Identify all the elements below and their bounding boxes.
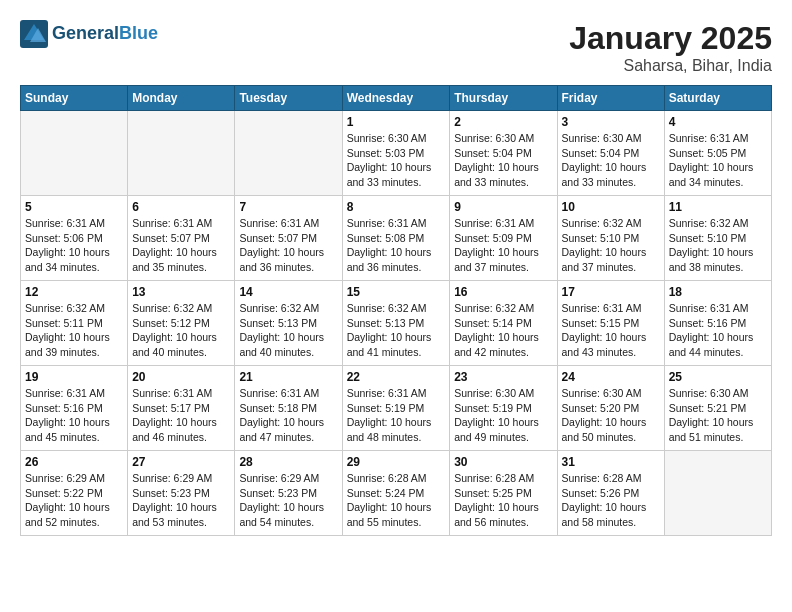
day-number: 8 [347, 200, 446, 214]
day-number: 23 [454, 370, 552, 384]
logo: GeneralBlue [20, 20, 158, 48]
calendar-cell: 21Sunrise: 6:31 AM Sunset: 5:18 PM Dayli… [235, 366, 342, 451]
day-info: Sunrise: 6:28 AM Sunset: 5:26 PM Dayligh… [562, 471, 660, 530]
day-info: Sunrise: 6:32 AM Sunset: 5:10 PM Dayligh… [562, 216, 660, 275]
weekday-header-saturday: Saturday [664, 86, 771, 111]
day-number: 15 [347, 285, 446, 299]
day-info: Sunrise: 6:31 AM Sunset: 5:08 PM Dayligh… [347, 216, 446, 275]
calendar-cell: 30Sunrise: 6:28 AM Sunset: 5:25 PM Dayli… [450, 451, 557, 536]
calendar-cell: 4Sunrise: 6:31 AM Sunset: 5:05 PM Daylig… [664, 111, 771, 196]
week-row-3: 12Sunrise: 6:32 AM Sunset: 5:11 PM Dayli… [21, 281, 772, 366]
calendar-cell: 12Sunrise: 6:32 AM Sunset: 5:11 PM Dayli… [21, 281, 128, 366]
day-info: Sunrise: 6:31 AM Sunset: 5:07 PM Dayligh… [239, 216, 337, 275]
calendar-cell: 9Sunrise: 6:31 AM Sunset: 5:09 PM Daylig… [450, 196, 557, 281]
day-info: Sunrise: 6:30 AM Sunset: 5:04 PM Dayligh… [562, 131, 660, 190]
day-number: 1 [347, 115, 446, 129]
day-info: Sunrise: 6:31 AM Sunset: 5:19 PM Dayligh… [347, 386, 446, 445]
day-info: Sunrise: 6:29 AM Sunset: 5:23 PM Dayligh… [132, 471, 230, 530]
calendar-cell: 16Sunrise: 6:32 AM Sunset: 5:14 PM Dayli… [450, 281, 557, 366]
day-number: 17 [562, 285, 660, 299]
calendar-cell: 26Sunrise: 6:29 AM Sunset: 5:22 PM Dayli… [21, 451, 128, 536]
day-info: Sunrise: 6:28 AM Sunset: 5:25 PM Dayligh… [454, 471, 552, 530]
day-number: 18 [669, 285, 767, 299]
calendar-cell: 5Sunrise: 6:31 AM Sunset: 5:06 PM Daylig… [21, 196, 128, 281]
day-number: 9 [454, 200, 552, 214]
day-number: 7 [239, 200, 337, 214]
day-number: 21 [239, 370, 337, 384]
day-info: Sunrise: 6:30 AM Sunset: 5:03 PM Dayligh… [347, 131, 446, 190]
calendar-cell: 22Sunrise: 6:31 AM Sunset: 5:19 PM Dayli… [342, 366, 450, 451]
day-number: 19 [25, 370, 123, 384]
day-info: Sunrise: 6:31 AM Sunset: 5:17 PM Dayligh… [132, 386, 230, 445]
day-number: 29 [347, 455, 446, 469]
calendar-cell: 1Sunrise: 6:30 AM Sunset: 5:03 PM Daylig… [342, 111, 450, 196]
calendar-cell: 19Sunrise: 6:31 AM Sunset: 5:16 PM Dayli… [21, 366, 128, 451]
day-info: Sunrise: 6:31 AM Sunset: 5:05 PM Dayligh… [669, 131, 767, 190]
day-number: 14 [239, 285, 337, 299]
weekday-header-monday: Monday [128, 86, 235, 111]
calendar-cell: 24Sunrise: 6:30 AM Sunset: 5:20 PM Dayli… [557, 366, 664, 451]
calendar-cell: 8Sunrise: 6:31 AM Sunset: 5:08 PM Daylig… [342, 196, 450, 281]
day-info: Sunrise: 6:28 AM Sunset: 5:24 PM Dayligh… [347, 471, 446, 530]
calendar-cell: 23Sunrise: 6:30 AM Sunset: 5:19 PM Dayli… [450, 366, 557, 451]
day-number: 2 [454, 115, 552, 129]
weekday-header-tuesday: Tuesday [235, 86, 342, 111]
calendar-cell [128, 111, 235, 196]
calendar-cell: 17Sunrise: 6:31 AM Sunset: 5:15 PM Dayli… [557, 281, 664, 366]
weekday-header-sunday: Sunday [21, 86, 128, 111]
calendar-cell: 31Sunrise: 6:28 AM Sunset: 5:26 PM Dayli… [557, 451, 664, 536]
calendar-cell: 25Sunrise: 6:30 AM Sunset: 5:21 PM Dayli… [664, 366, 771, 451]
calendar-cell: 18Sunrise: 6:31 AM Sunset: 5:16 PM Dayli… [664, 281, 771, 366]
day-number: 12 [25, 285, 123, 299]
day-number: 10 [562, 200, 660, 214]
calendar-cell: 13Sunrise: 6:32 AM Sunset: 5:12 PM Dayli… [128, 281, 235, 366]
calendar-cell [664, 451, 771, 536]
calendar-cell: 11Sunrise: 6:32 AM Sunset: 5:10 PM Dayli… [664, 196, 771, 281]
day-info: Sunrise: 6:30 AM Sunset: 5:04 PM Dayligh… [454, 131, 552, 190]
day-number: 24 [562, 370, 660, 384]
day-info: Sunrise: 6:30 AM Sunset: 5:21 PM Dayligh… [669, 386, 767, 445]
day-number: 26 [25, 455, 123, 469]
day-info: Sunrise: 6:31 AM Sunset: 5:18 PM Dayligh… [239, 386, 337, 445]
day-number: 28 [239, 455, 337, 469]
week-row-4: 19Sunrise: 6:31 AM Sunset: 5:16 PM Dayli… [21, 366, 772, 451]
weekday-header-thursday: Thursday [450, 86, 557, 111]
weekday-header-wednesday: Wednesday [342, 86, 450, 111]
location-title: Saharsa, Bihar, India [569, 57, 772, 75]
day-info: Sunrise: 6:32 AM Sunset: 5:14 PM Dayligh… [454, 301, 552, 360]
week-row-5: 26Sunrise: 6:29 AM Sunset: 5:22 PM Dayli… [21, 451, 772, 536]
calendar-cell: 15Sunrise: 6:32 AM Sunset: 5:13 PM Dayli… [342, 281, 450, 366]
day-info: Sunrise: 6:32 AM Sunset: 5:10 PM Dayligh… [669, 216, 767, 275]
calendar-cell: 6Sunrise: 6:31 AM Sunset: 5:07 PM Daylig… [128, 196, 235, 281]
day-info: Sunrise: 6:31 AM Sunset: 5:09 PM Dayligh… [454, 216, 552, 275]
day-info: Sunrise: 6:31 AM Sunset: 5:16 PM Dayligh… [25, 386, 123, 445]
day-info: Sunrise: 6:32 AM Sunset: 5:13 PM Dayligh… [347, 301, 446, 360]
day-info: Sunrise: 6:31 AM Sunset: 5:06 PM Dayligh… [25, 216, 123, 275]
calendar-cell: 29Sunrise: 6:28 AM Sunset: 5:24 PM Dayli… [342, 451, 450, 536]
calendar-cell: 27Sunrise: 6:29 AM Sunset: 5:23 PM Dayli… [128, 451, 235, 536]
day-info: Sunrise: 6:31 AM Sunset: 5:16 PM Dayligh… [669, 301, 767, 360]
logo-icon [20, 20, 48, 48]
weekday-header-friday: Friday [557, 86, 664, 111]
day-number: 11 [669, 200, 767, 214]
day-number: 31 [562, 455, 660, 469]
day-number: 3 [562, 115, 660, 129]
calendar-cell [21, 111, 128, 196]
calendar-cell: 20Sunrise: 6:31 AM Sunset: 5:17 PM Dayli… [128, 366, 235, 451]
calendar-cell: 7Sunrise: 6:31 AM Sunset: 5:07 PM Daylig… [235, 196, 342, 281]
day-number: 16 [454, 285, 552, 299]
calendar-cell: 3Sunrise: 6:30 AM Sunset: 5:04 PM Daylig… [557, 111, 664, 196]
day-number: 20 [132, 370, 230, 384]
day-number: 4 [669, 115, 767, 129]
calendar-cell: 10Sunrise: 6:32 AM Sunset: 5:10 PM Dayli… [557, 196, 664, 281]
day-number: 30 [454, 455, 552, 469]
month-title: January 2025 [569, 20, 772, 57]
day-info: Sunrise: 6:32 AM Sunset: 5:11 PM Dayligh… [25, 301, 123, 360]
day-number: 27 [132, 455, 230, 469]
day-number: 6 [132, 200, 230, 214]
day-info: Sunrise: 6:29 AM Sunset: 5:22 PM Dayligh… [25, 471, 123, 530]
calendar-cell: 14Sunrise: 6:32 AM Sunset: 5:13 PM Dayli… [235, 281, 342, 366]
day-info: Sunrise: 6:31 AM Sunset: 5:07 PM Dayligh… [132, 216, 230, 275]
day-info: Sunrise: 6:30 AM Sunset: 5:20 PM Dayligh… [562, 386, 660, 445]
day-number: 5 [25, 200, 123, 214]
